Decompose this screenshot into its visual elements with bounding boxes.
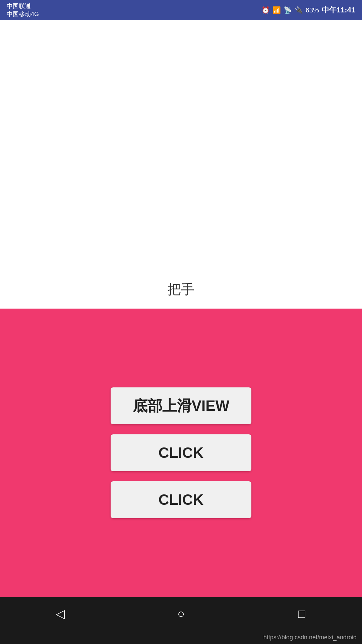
wifi-icon: 📶 bbox=[273, 6, 281, 14]
handle-text: 把手 bbox=[168, 280, 194, 299]
usb-icon: 🔌 bbox=[295, 6, 303, 14]
status-right: ⏰ 📶 📡 🔌 63% 中午11:41 bbox=[261, 5, 355, 15]
battery-label: 63% bbox=[306, 6, 319, 14]
slide-view-button[interactable]: 底部上滑VIEW bbox=[111, 387, 251, 424]
alarm-icon: ⏰ bbox=[261, 6, 270, 14]
back-button[interactable]: ◁ bbox=[50, 604, 70, 624]
carrier-info: 中国联通 中国移动4G bbox=[7, 2, 39, 18]
signal-icon: 📡 bbox=[284, 6, 292, 14]
bottom-section: 底部上滑VIEW CLICK CLICK bbox=[0, 309, 362, 597]
nav-bar: ◁ ○ □ bbox=[0, 597, 362, 631]
carrier1-label: 中国联通 bbox=[7, 2, 39, 10]
home-button[interactable]: ○ bbox=[171, 604, 191, 624]
recent-button[interactable]: □ bbox=[292, 604, 312, 624]
click-button-2[interactable]: CLICK bbox=[111, 481, 251, 518]
time-label: 中午11:41 bbox=[322, 5, 355, 15]
status-bar: 中国联通 中国移动4G ⏰ 📶 📡 🔌 63% 中午11:41 bbox=[0, 0, 362, 20]
main-content: 把手 底部上滑VIEW CLICK CLICK bbox=[0, 20, 362, 597]
url-bar: https://blog.csdn.net/meixi_android bbox=[0, 631, 362, 644]
click-button-1[interactable]: CLICK bbox=[111, 434, 251, 471]
carrier2-label: 中国移动4G bbox=[7, 10, 39, 18]
top-section: 把手 bbox=[0, 20, 362, 309]
url-text: https://blog.csdn.net/meixi_android bbox=[263, 634, 357, 641]
